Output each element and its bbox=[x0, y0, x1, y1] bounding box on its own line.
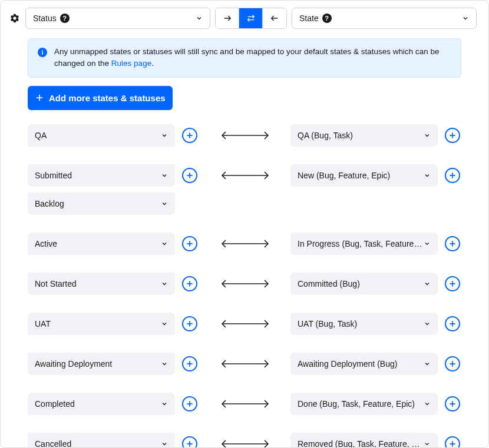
mapping-row: ActiveIn Progress (Bug, Task, Feature, .… bbox=[28, 233, 477, 255]
double-arrow-icon bbox=[219, 398, 272, 410]
left-status-label: UAT bbox=[35, 319, 51, 328]
chevron-down-icon bbox=[424, 132, 431, 139]
mapping-connector bbox=[207, 278, 283, 290]
double-arrow-icon bbox=[219, 170, 272, 181]
rules-page-link[interactable]: Rules page bbox=[111, 59, 151, 68]
right-status-select[interactable]: Committed (Bug) bbox=[290, 273, 438, 295]
add-mapping-button[interactable] bbox=[182, 128, 197, 143]
status-header-select[interactable]: Status ? bbox=[25, 8, 210, 29]
left-status-label: Not Started bbox=[35, 279, 77, 288]
add-mapping-button[interactable] bbox=[445, 168, 460, 183]
mapping-group: UATUAT (Bug, Task) bbox=[28, 313, 477, 335]
left-status-label: Submitted bbox=[35, 171, 72, 180]
add-mapping-button[interactable] bbox=[182, 436, 197, 449]
mapping-group: QAQA (Bug, Task) bbox=[28, 124, 477, 147]
mapping-connector bbox=[207, 438, 283, 449]
state-header-select[interactable]: State ? bbox=[292, 8, 477, 29]
add-mapping-button[interactable] bbox=[182, 396, 197, 412]
right-status-select[interactable]: Awaiting Deployment (Bug) bbox=[290, 353, 438, 375]
plus-icon bbox=[448, 280, 457, 288]
info-banner: i Any unmapped states or statuses will s… bbox=[28, 38, 461, 78]
chevron-down-icon bbox=[161, 132, 168, 139]
add-mapping-button[interactable] bbox=[445, 356, 460, 371]
add-mapping-button[interactable] bbox=[445, 396, 460, 412]
add-mapping-button[interactable] bbox=[445, 236, 460, 251]
mapping-row: Not StartedCommitted (Bug) bbox=[28, 273, 477, 295]
add-more-label: Add more states & statuses bbox=[49, 93, 166, 103]
left-status-select[interactable]: Not Started bbox=[28, 273, 175, 295]
left-status-select[interactable]: UAT bbox=[28, 313, 175, 335]
plus-icon bbox=[186, 280, 194, 288]
chevron-down-icon bbox=[424, 360, 431, 367]
right-status-select[interactable]: Done (Bug, Task, Feature, Epic) bbox=[290, 393, 438, 415]
right-status-select[interactable]: QA (Bug, Task) bbox=[290, 124, 438, 147]
add-mapping-button[interactable] bbox=[182, 316, 197, 331]
info-text-part2: . bbox=[151, 59, 154, 68]
chevron-down-icon bbox=[161, 200, 168, 207]
plus-icon bbox=[448, 240, 457, 248]
right-status-label: In Progress (Bug, Task, Feature, ... bbox=[298, 239, 424, 248]
mapping-row: Awaiting DeploymentAwaiting Deployment (… bbox=[28, 353, 477, 375]
right-status-label: Removed (Bug, Task, Feature, Ep... bbox=[298, 439, 424, 449]
add-mapping-button[interactable] bbox=[182, 236, 197, 251]
plus-icon bbox=[186, 171, 194, 180]
mapping-group: ActiveIn Progress (Bug, Task, Feature, .… bbox=[28, 233, 477, 255]
left-status-label: QA bbox=[35, 131, 47, 140]
chevron-down-icon bbox=[424, 320, 431, 327]
right-status-select[interactable]: New (Bug, Feature, Epic) bbox=[290, 164, 438, 187]
plus-icon bbox=[186, 400, 194, 408]
chevron-down-icon bbox=[161, 240, 168, 247]
double-arrow-icon bbox=[219, 438, 272, 449]
plus-icon bbox=[186, 131, 194, 140]
double-arrow-icon bbox=[219, 130, 272, 141]
add-mapping-button[interactable] bbox=[182, 168, 197, 183]
chevron-down-icon bbox=[161, 320, 168, 327]
left-status-label: Backlog bbox=[35, 199, 64, 208]
left-status-select[interactable]: Awaiting Deployment bbox=[28, 353, 175, 375]
add-mapping-button[interactable] bbox=[445, 316, 460, 331]
plus-icon bbox=[448, 320, 457, 328]
add-mapping-button[interactable] bbox=[182, 356, 197, 371]
left-status-select[interactable]: Backlog bbox=[28, 193, 175, 215]
info-icon: i bbox=[38, 48, 47, 57]
add-mapping-button[interactable] bbox=[445, 276, 460, 291]
chevron-down-icon bbox=[161, 440, 168, 447]
right-status-select[interactable]: In Progress (Bug, Task, Feature, ... bbox=[290, 233, 438, 255]
chevron-down-icon bbox=[161, 172, 168, 179]
direction-bidirectional-button[interactable] bbox=[239, 8, 263, 28]
double-arrow-icon bbox=[219, 278, 272, 290]
left-status-select[interactable]: Cancelled bbox=[28, 433, 175, 449]
arrow-right-icon bbox=[223, 14, 232, 23]
add-mapping-button[interactable] bbox=[182, 276, 197, 291]
help-icon[interactable]: ? bbox=[60, 14, 70, 23]
add-mapping-button[interactable] bbox=[445, 128, 460, 143]
left-status-select[interactable]: Completed bbox=[28, 393, 175, 415]
mapping-connector bbox=[207, 170, 283, 181]
mapping-group: CancelledRemoved (Bug, Task, Feature, Ep… bbox=[28, 433, 477, 449]
mapping-connector bbox=[207, 238, 283, 250]
mapping-group: SubmittedNew (Bug, Feature, Epic)Backlog bbox=[28, 164, 477, 215]
left-status-select[interactable]: Active bbox=[28, 233, 175, 255]
double-arrow-icon bbox=[219, 358, 272, 370]
mapping-row: SubmittedNew (Bug, Feature, Epic) bbox=[28, 164, 477, 187]
add-mapping-button[interactable] bbox=[445, 436, 460, 449]
chevron-down-icon bbox=[424, 280, 431, 287]
chevron-down-icon bbox=[161, 400, 168, 407]
mapping-row: Backlog bbox=[28, 193, 477, 215]
direction-left-button[interactable] bbox=[263, 8, 286, 28]
direction-right-button[interactable] bbox=[216, 8, 239, 28]
right-status-select[interactable]: UAT (Bug, Task) bbox=[290, 313, 438, 335]
left-status-label: Active bbox=[35, 239, 57, 248]
chevron-down-icon bbox=[424, 172, 431, 179]
gear-icon[interactable] bbox=[9, 12, 21, 24]
double-arrow-icon bbox=[219, 318, 272, 330]
left-status-select[interactable]: QA bbox=[28, 124, 175, 147]
left-status-label: Awaiting Deployment bbox=[35, 359, 112, 369]
add-more-button[interactable]: Add more states & statuses bbox=[28, 86, 173, 110]
left-status-select[interactable]: Submitted bbox=[28, 164, 175, 187]
plus-icon bbox=[448, 400, 457, 408]
right-status-label: Committed (Bug) bbox=[298, 279, 360, 288]
right-status-select[interactable]: Removed (Bug, Task, Feature, Ep... bbox=[290, 433, 438, 449]
help-icon[interactable]: ? bbox=[322, 14, 332, 23]
right-status-label: New (Bug, Feature, Epic) bbox=[298, 171, 390, 180]
